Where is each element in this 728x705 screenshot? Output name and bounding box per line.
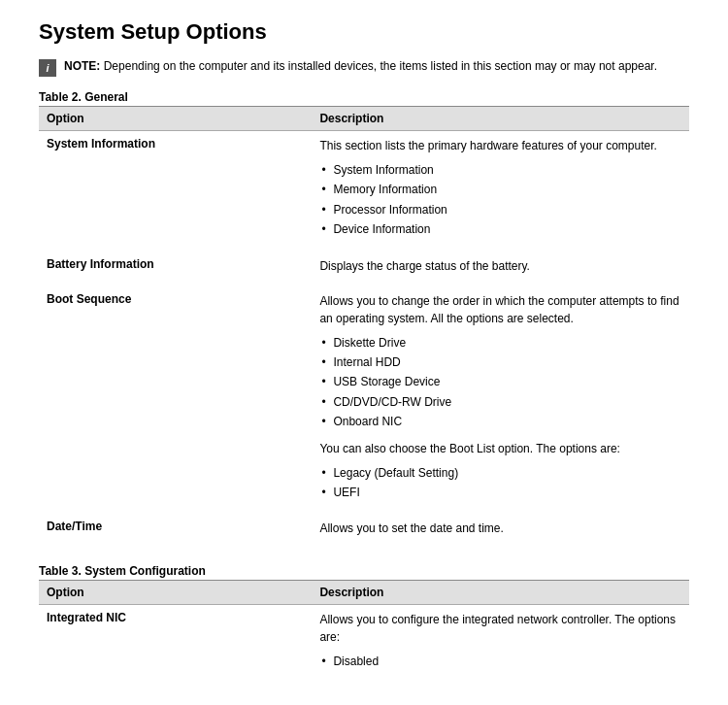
list-item: Onboard NIC — [319, 412, 681, 431]
option-integrated-nic: Integrated NIC — [39, 605, 312, 684]
table-general: Option Description System Information Th… — [39, 106, 689, 549]
note-box: i NOTE: Depending on the computer and it… — [39, 58, 689, 77]
note-icon-letter: i — [46, 62, 49, 74]
list-item: Disabled — [319, 652, 681, 671]
list-item: UEFI — [319, 483, 681, 502]
col-description-general: Description — [312, 107, 689, 131]
bullet-list-nic: Disabled — [319, 652, 681, 671]
desc-battery-info: Displays the charge status of the batter… — [312, 252, 689, 286]
table-general-label: Table 2. General — [39, 90, 689, 104]
list-item: Internal HDD — [319, 352, 681, 372]
table-row: Date/Time Allows you to set the date and… — [39, 514, 689, 549]
option-system-info: System Information — [39, 131, 312, 252]
desc-text: Allows you to change the order in which … — [319, 292, 681, 327]
desc-text: Allows you to configure the integrated n… — [319, 611, 681, 646]
option-datetime: Date/Time — [39, 514, 312, 549]
list-item: Device Information — [319, 219, 681, 239]
desc-datetime: Allows you to set the date and time. — [312, 514, 689, 549]
option-boot-sequence: Boot Sequence — [39, 286, 312, 515]
desc-text-extra: You can also choose the Boot List option… — [319, 440, 681, 457]
list-item: USB Storage Device — [319, 372, 681, 391]
list-item: Memory Information — [319, 180, 681, 199]
bullet-list-system-info: System Information Memory Information Pr… — [319, 160, 681, 240]
option-battery-info: Battery Information — [39, 252, 312, 286]
list-item: Legacy (Default Setting) — [319, 463, 681, 483]
page-title: System Setup Options — [39, 19, 689, 45]
bullet-list-boot: Diskette Drive Internal HDD USB Storage … — [319, 333, 681, 432]
desc-integrated-nic: Allows you to configure the integrated n… — [312, 605, 689, 684]
desc-boot-sequence: Allows you to change the order in which … — [312, 286, 689, 515]
table-row: Boot Sequence Allows you to change the o… — [39, 286, 689, 515]
table-system-config: Option Description Integrated NIC Allows… — [39, 580, 689, 683]
list-item: CD/DVD/CD-RW Drive — [319, 392, 681, 412]
note-text: NOTE: Depending on the computer and its … — [64, 58, 657, 75]
list-item: System Information — [319, 160, 681, 180]
col-description-sysconfig: Description — [312, 581, 689, 605]
list-item: Processor Information — [319, 200, 681, 219]
desc-text: Allows you to set the date and time. — [319, 520, 681, 537]
table-system-config-label: Table 3. System Configuration — [39, 564, 689, 578]
note-prefix: NOTE: — [64, 59, 100, 73]
table-row: System Information This section lists th… — [39, 131, 689, 252]
list-item: Diskette Drive — [319, 333, 681, 352]
col-option-sysconfig: Option — [39, 581, 312, 605]
table-row: Battery Information Displays the charge … — [39, 252, 689, 286]
col-option-general: Option — [39, 107, 312, 131]
bullet-list-boot-extra: Legacy (Default Setting) UEFI — [319, 463, 681, 503]
note-icon: i — [39, 59, 56, 77]
desc-text: This section lists the primary hardware … — [319, 137, 681, 154]
table-row: Integrated NIC Allows you to configure t… — [39, 605, 689, 684]
desc-system-info: This section lists the primary hardware … — [312, 131, 689, 252]
desc-text: Displays the charge status of the batter… — [319, 257, 681, 275]
note-body: Depending on the computer and its instal… — [104, 59, 657, 73]
